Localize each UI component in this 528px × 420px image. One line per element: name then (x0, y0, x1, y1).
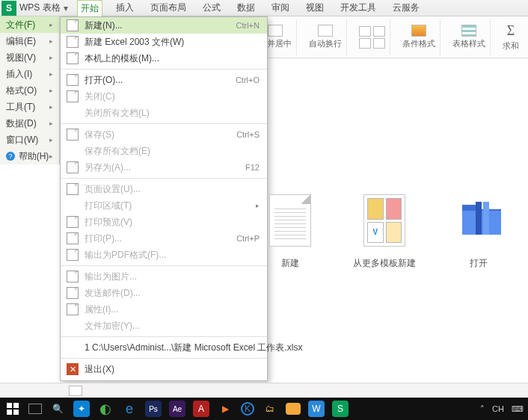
folder-icon[interactable] (286, 403, 301, 415)
ribbon-numformat-group[interactable] (354, 19, 390, 55)
tab-2[interactable]: 页面布局 (147, 0, 189, 16)
menu-shortcut: Ctrl+S (236, 130, 260, 139)
leftmenu-item-0[interactable]: 文件(F)▸ (0, 16, 59, 33)
menu-separator (61, 123, 267, 124)
tray-keyboard-icon[interactable]: ⌨ (512, 404, 524, 414)
disk-icon (67, 129, 79, 140)
tab-7[interactable]: 开发工具 (337, 0, 379, 16)
tab-0[interactable]: 开始 (77, 0, 102, 16)
menu-item-label: 本机上的模板(M)... (85, 52, 260, 65)
ribbon-wrap-group[interactable]: 自动换行 (304, 19, 347, 55)
page-icon (67, 271, 79, 282)
tab-3[interactable]: 公式 (200, 0, 224, 16)
tab-1[interactable]: 插入 (113, 0, 137, 16)
file-menu-item-1[interactable]: 新建 Excel 2003 文件(W) (61, 34, 267, 50)
page-icon (67, 249, 79, 261)
file-menu-item-23[interactable]: 1 C:\Users\Administ...\新建 Microsoft Exce… (61, 339, 267, 356)
file-menu-item-18: 输出为图片... (61, 268, 267, 285)
file-menu-item-9: 保存所有文档(E) (61, 143, 267, 159)
ribbon-cond-group[interactable]: 条件格式 (398, 19, 440, 55)
tile-open-icon (458, 194, 500, 247)
wps-sheet-icon[interactable]: S (332, 401, 349, 417)
leftmenu-item-7[interactable]: 窗口(W)▸ (0, 132, 59, 148)
leftmenu-item-8[interactable]: ?帮助(H)▸ (0, 148, 59, 164)
start-icon[interactable] (4, 401, 21, 417)
box-icon: ✕ (67, 363, 79, 375)
file-menu-item-6: 关闭所有文档(L) (61, 105, 267, 121)
tab-8[interactable]: 云服务 (390, 0, 423, 16)
cond-icon (411, 25, 426, 37)
menu-item-label: 1 C:\Users\Administ...\新建 Microsoft Exce… (85, 342, 302, 354)
tab-4[interactable]: 数据 (234, 0, 258, 16)
leftmenu-label: 工具(T) (6, 101, 35, 114)
search-icon[interactable]: 🔍 (49, 401, 66, 417)
page-icon (67, 216, 79, 228)
title-dropdown-icon[interactable]: ▾ (64, 3, 68, 13)
ribbon-tablestyle-group[interactable]: 表格样式 (448, 19, 491, 55)
menu-item-label: 另存为(A)... (85, 161, 239, 174)
menu-item-label: 文件加密(Y)... (85, 320, 260, 333)
tray-up-icon[interactable]: ˄ (480, 404, 485, 414)
menu-item-label: 输出为PDF格式(F)... (85, 249, 260, 262)
acad-icon[interactable]: A (193, 401, 209, 417)
file-menu-item-25[interactable]: ✕退出(X) (61, 361, 267, 377)
blank-icon (67, 107, 79, 119)
svg-rect-0 (476, 202, 482, 235)
tile-new-icon (269, 194, 311, 247)
tab-6[interactable]: 视图 (303, 0, 327, 16)
menu-shortcut: Ctrl+P (236, 234, 260, 243)
leftmenu-label: 插入(I) (6, 68, 32, 81)
taskbar-app-3[interactable]: ▶ (217, 401, 233, 417)
file-menu-item-8: 保存(S)Ctrl+S (61, 126, 267, 143)
menu-item-label: 打开(O)... (85, 74, 230, 87)
tile-templates[interactable]: V 从更多模板新建 (353, 194, 416, 270)
page-icon (67, 183, 79, 195)
menu-separator (61, 265, 267, 266)
menu-item-label: 新建(N)... (85, 19, 230, 32)
file-menu-item-0[interactable]: 新建(N)...Ctrl+N (61, 17, 267, 34)
tile-new[interactable]: 新建 (269, 194, 311, 270)
taskview-icon[interactable] (28, 404, 42, 414)
leftmenu-item-1[interactable]: 编辑(E)▸ (0, 33, 59, 49)
ribbon-wrap-label: 自动换行 (309, 38, 342, 49)
file-menu-item-2[interactable]: 本机上的模板(M)... (61, 50, 267, 67)
ie-icon[interactable]: e (121, 401, 138, 417)
menu-shortcut: F12 (245, 163, 260, 172)
explorer-icon[interactable]: 🗂 (262, 401, 278, 417)
leftmenu-item-4[interactable]: 格式(O)▸ (0, 82, 59, 99)
mail-icon (67, 287, 79, 299)
numfmt-icon-1 (359, 26, 371, 37)
tab-5[interactable]: 审阅 (268, 0, 292, 16)
file-menu-item-19: 发送邮件(D)... (61, 285, 267, 301)
ribbon-sum-group[interactable]: Σ 求和 (498, 19, 524, 55)
leftmenu-item-2[interactable]: 视图(V)▸ (0, 49, 59, 66)
sheet-tab-placeholder[interactable] (69, 386, 82, 396)
taskbar-app-4[interactable]: K (241, 402, 254, 416)
leftmenu-item-5[interactable]: 工具(T)▸ (0, 99, 59, 115)
chevron-right-icon: ▸ (49, 54, 53, 61)
ime-indicator[interactable]: CH (492, 404, 504, 413)
merge-icon (268, 25, 283, 37)
file-menu-item-4[interactable]: 打开(O)...Ctrl+O (61, 72, 267, 88)
taskbar-app-1[interactable]: ✦ (73, 401, 90, 417)
taskbar-app-2[interactable]: ◐ (97, 401, 114, 417)
tile-open[interactable]: 打开 (458, 194, 500, 270)
ae-icon[interactable]: Ae (169, 401, 185, 417)
file-menu-item-5: 关闭(C) (61, 88, 267, 105)
leftmenu-item-6[interactable]: 数据(D)▸ (0, 115, 59, 132)
menu-item-label: 关闭(C) (85, 90, 260, 103)
page-icon (67, 52, 79, 64)
leftmenu-item-3[interactable]: 插入(I)▸ (0, 66, 59, 82)
leftmenu-label: 视图(V) (6, 52, 36, 64)
ps-icon[interactable]: Ps (145, 401, 162, 417)
tablestyle-icon (461, 25, 476, 37)
wrap-icon (318, 25, 333, 37)
sigma-icon: Σ (507, 23, 515, 39)
numfmt-icon-3 (359, 38, 371, 49)
menu-item-label: 打印预览(V) (85, 216, 260, 229)
leftmenu-label: 编辑(E) (6, 35, 36, 48)
wps-writer-icon[interactable]: W (308, 401, 325, 417)
svg-rect-1 (483, 202, 489, 235)
file-menu-item-12: 页面设置(U)... (61, 181, 267, 197)
svg-rect-4 (7, 410, 12, 415)
